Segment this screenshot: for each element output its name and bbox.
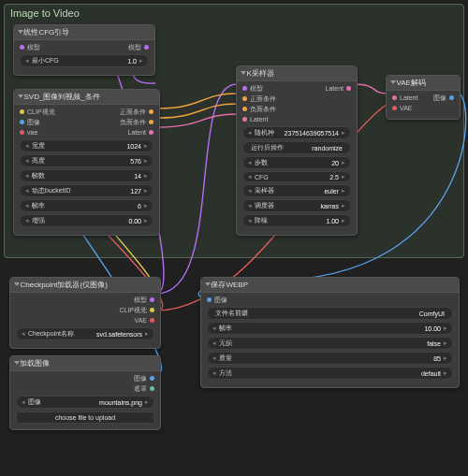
port-in-image[interactable] — [20, 120, 24, 124]
port-out-neg[interactable] — [149, 120, 154, 124]
upload-button[interactable]: choose file to upload — [16, 411, 154, 424]
widget-quality[interactable]: ◂质量85▸ — [207, 352, 453, 365]
port-out-latent[interactable] — [149, 130, 154, 135]
widget-fps[interactable]: ◂帧率6▸ — [20, 199, 154, 212]
widget-cfg[interactable]: ◂CFG2.5▸ — [242, 171, 351, 182]
widget-sampler[interactable]: ◂采样器euler▸ — [242, 184, 351, 197]
node-title: K采样器 — [237, 66, 357, 81]
port-out-model[interactable] — [144, 45, 149, 50]
node-ksampler[interactable]: K采样器 模型Latent 正面条件 负面条件 Latent ◂随机种23751… — [236, 65, 358, 236]
widget-ckpt-name[interactable]: ◂Checkpoint名称svd.safetensors▸ — [16, 327, 154, 340]
port-in-pos[interactable] — [242, 96, 247, 101]
port-out-model[interactable] — [150, 297, 154, 302]
widget-bucket[interactable]: ◂动态bucketID127▸ — [20, 184, 154, 197]
node-title: 线性CFG引导 — [14, 25, 154, 40]
widget-after[interactable]: 运行后操作randomize — [242, 141, 351, 154]
widget-denoise[interactable]: ◂降噪1.00▸ — [242, 214, 351, 227]
widget-lossless[interactable]: ◂无损false▸ — [207, 337, 453, 350]
node-save-webp[interactable]: 保存WEBP 图像 文件名前缀ComfyUI ◂帧率10.00▸ ◂无损fals… — [200, 277, 460, 388]
port-in-neg[interactable] — [242, 107, 247, 111]
node-title: Checkpoint加载器(仅图像) — [10, 278, 160, 293]
slot-label: 模型 — [128, 42, 141, 52]
widget-min-cfg[interactable]: ◂最小CFG1.0▸ — [20, 54, 149, 67]
node-load-image[interactable]: 加载图像 图像 遮罩 ◂图像mountains.png▸ choose file… — [9, 355, 161, 430]
node-title: SVD_图像到视频_条件 — [14, 90, 159, 105]
port-in-model[interactable] — [242, 86, 247, 91]
widget-seed[interactable]: ◂随机种237514639057514▸ — [242, 126, 351, 139]
group-title: Image to Video — [10, 7, 80, 19]
widget-aug[interactable]: ◂增强0.00▸ — [20, 214, 154, 227]
port-in-latent[interactable] — [392, 95, 397, 100]
node-title: VAE解码 — [387, 76, 460, 91]
widget-webp-fps[interactable]: ◂帧率10.00▸ — [207, 322, 453, 335]
node-title: 保存WEBP — [201, 278, 459, 293]
node-linear-cfg[interactable]: 线性CFG引导 模型 模型 ◂最小CFG1.0▸ — [13, 24, 155, 76]
port-out-image[interactable] — [150, 376, 154, 381]
node-checkpoint-loader[interactable]: Checkpoint加载器(仅图像) 模型 CLIP视觉 VAE ◂Checkp… — [9, 277, 161, 349]
port-out-latent[interactable] — [346, 86, 351, 91]
port-out-vae[interactable] — [150, 318, 154, 323]
port-out-pos[interactable] — [149, 109, 154, 114]
widget-method[interactable]: ◂方法default▸ — [207, 367, 453, 380]
node-title: 加载图像 — [10, 356, 160, 371]
port-out-image[interactable] — [449, 95, 454, 100]
node-vae-decode[interactable]: VAE解码 Latent图像 VAE — [386, 75, 461, 120]
widget-width[interactable]: ◂宽度1024▸ — [20, 139, 154, 152]
widget-prefix[interactable]: 文件名前缀ComfyUI — [207, 307, 453, 320]
widget-image[interactable]: ◂图像mountains.png▸ — [16, 396, 154, 409]
port-in-clip[interactable] — [20, 109, 24, 114]
widget-height[interactable]: ◂高度576▸ — [20, 154, 154, 167]
port-in-vae[interactable] — [20, 130, 24, 135]
widget-frames[interactable]: ◂帧数14▸ — [20, 169, 154, 182]
node-svd-img2vid[interactable]: SVD_图像到视频_条件 CLIP视觉正面条件 图像负面条件 vaeLatent… — [13, 89, 160, 236]
port-in-model[interactable] — [20, 45, 24, 50]
port-in-image[interactable] — [207, 297, 212, 302]
widget-steps[interactable]: ◂步数20▸ — [242, 156, 351, 169]
slot-label: 模型 — [27, 42, 40, 52]
port-out-clip[interactable] — [150, 308, 154, 312]
port-in-latent[interactable] — [242, 117, 247, 122]
widget-scheduler[interactable]: ◂调度器karras▸ — [242, 199, 351, 212]
port-in-vae[interactable] — [392, 106, 397, 110]
port-out-mask[interactable] — [150, 386, 154, 391]
